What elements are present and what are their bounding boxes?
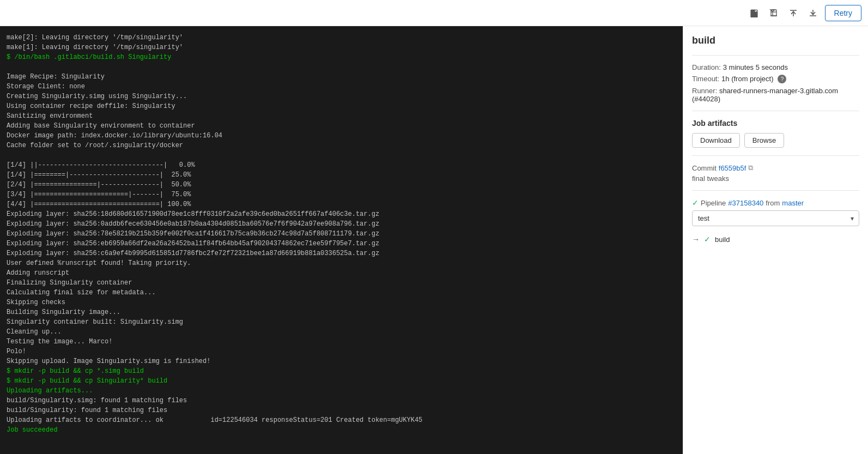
timeout-row: Timeout: 1h (from project) ?	[692, 75, 859, 83]
artifact-buttons: Download Browse	[692, 133, 859, 148]
sidebar-title: build	[692, 35, 859, 46]
divider-2	[692, 111, 859, 111]
copy-commit-icon[interactable]: ⧉	[748, 164, 753, 172]
timeout-value: 1h (from project)	[721, 75, 773, 83]
duration-label: Duration:	[692, 63, 721, 71]
terminal-panel[interactable]: make[2]: Leaving directory '/tmp/singula…	[0, 26, 683, 454]
pipeline-row: ✓ Pipeline #37158340 from master	[692, 198, 859, 207]
runner-row: Runner: shared-runners-manager-3.gitlab.…	[692, 87, 859, 103]
artifacts-heading: Job artifacts	[692, 119, 859, 128]
browse-button[interactable]: Browse	[744, 133, 784, 148]
terminal-output: make[2]: Leaving directory '/tmp/singula…	[0, 31, 683, 437]
commit-message: final tweaks	[692, 174, 859, 183]
erase-icon[interactable]	[766, 5, 781, 21]
commit-row: Commit f6559b5f ⧉	[692, 164, 859, 172]
job-status-icon: ✓	[704, 235, 711, 244]
pipeline-link[interactable]: #37158340	[728, 199, 763, 207]
duration-row: Duration: 3 minutes 5 seconds	[692, 63, 859, 71]
pipeline-label: Pipeline	[701, 199, 726, 207]
scroll-top-icon[interactable]	[786, 5, 801, 21]
duration-value: 3 minutes 5 seconds	[723, 63, 788, 71]
sidebar: build Duration: 3 minutes 5 seconds Time…	[683, 26, 868, 454]
download-button[interactable]: Download	[692, 133, 740, 148]
pipeline-from-text: from	[766, 199, 780, 207]
main-content: make[2]: Leaving directory '/tmp/singula…	[0, 26, 868, 454]
divider-1	[692, 55, 859, 56]
stage-dropdown-wrapper: test	[692, 210, 859, 226]
pipeline-branch-link[interactable]: master	[782, 199, 804, 207]
commit-label: Commit	[692, 164, 717, 172]
timeout-label: Timeout:	[692, 75, 719, 83]
pipeline-status-icon: ✓	[692, 198, 699, 207]
scroll-bottom-icon[interactable]	[805, 5, 821, 21]
retry-button[interactable]: Retry	[825, 5, 861, 21]
timeout-help-icon[interactable]: ?	[778, 75, 786, 83]
runner-label: Runner:	[692, 87, 717, 95]
stage-dropdown[interactable]: test	[692, 210, 859, 226]
divider-3	[692, 155, 859, 156]
raw-log-icon[interactable]	[746, 5, 762, 21]
job-name[interactable]: build	[715, 235, 730, 244]
divider-4	[692, 190, 859, 191]
job-row: → ✓ build	[692, 233, 859, 246]
commit-hash-link[interactable]: f6559b5f	[719, 164, 746, 172]
top-toolbar: Retry	[0, 0, 868, 26]
job-arrow: →	[692, 235, 700, 244]
